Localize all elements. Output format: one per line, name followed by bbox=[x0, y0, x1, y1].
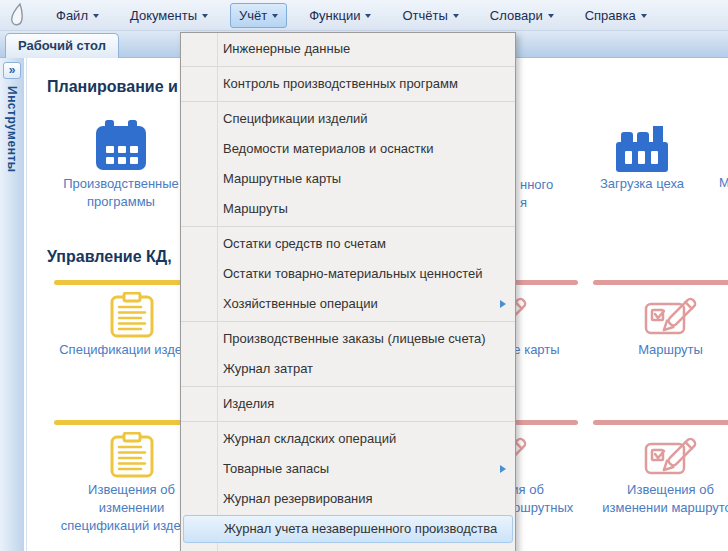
menu-item-label: Хозяйственные операции bbox=[223, 296, 378, 311]
menu-item-production-programs-control[interactable]: Контроль производственных программ bbox=[181, 69, 515, 99]
menu-item-label: Журнал учета незавершенного производства bbox=[224, 521, 497, 536]
tab-desktop[interactable]: Рабочий стол bbox=[5, 33, 119, 58]
menu-item-label: Производственные заказы (лицевые счета) bbox=[223, 331, 486, 346]
menubar-item-label: Файл bbox=[56, 8, 88, 23]
menu-item-business-operations[interactable]: Хозяйственные операции bbox=[181, 289, 515, 319]
menu-item-products[interactable]: Изделия bbox=[181, 389, 515, 419]
menu-item-materials-tooling-lists[interactable]: Ведомости материалов и оснастки bbox=[181, 134, 515, 164]
menu-separator bbox=[181, 421, 515, 422]
menubar-item-accounting[interactable]: Учёт bbox=[230, 3, 287, 28]
menu-item-label: Контроль производственных программ bbox=[223, 76, 458, 91]
menubar-item-reports[interactable]: Отчёты bbox=[393, 3, 467, 28]
tile-label: Маршруты bbox=[593, 341, 728, 359]
menubar-item-label: Функции bbox=[309, 8, 360, 23]
tile-shop-load[interactable]: Загрузка цеха bbox=[562, 126, 722, 193]
menu-separator bbox=[181, 386, 515, 387]
submenu-arrow-icon bbox=[500, 465, 506, 473]
tile-routes[interactable]: Маршруты bbox=[593, 280, 728, 359]
chevron-down-icon bbox=[548, 14, 554, 18]
tile-label: Загрузка цеха bbox=[562, 175, 722, 193]
menubar-item-file[interactable]: Файл bbox=[47, 3, 108, 28]
chevron-down-icon bbox=[641, 14, 647, 18]
menu-separator bbox=[181, 66, 515, 67]
menu-item-label: Журнал резервирования bbox=[223, 491, 373, 506]
menubar-item-label: Словари bbox=[490, 8, 543, 23]
tile-label: Производственные программы bbox=[41, 175, 201, 211]
menu-item-label: Остатки товарно-материальных ценностей bbox=[223, 266, 482, 281]
tile-route-change-notices[interactable]: Извещения об изменении маршрутов bbox=[593, 420, 728, 517]
menu-item-route-cards[interactable]: Маршрутные карты bbox=[181, 164, 515, 194]
chevron-down-icon bbox=[93, 14, 99, 18]
menubar-item-dictionaries[interactable]: Словари bbox=[481, 3, 563, 28]
menubar-item-label: Справка bbox=[585, 8, 636, 23]
menu-separator bbox=[181, 321, 515, 322]
menu-item-label: Остатки средств по счетам bbox=[223, 236, 386, 251]
tile-clipped-label-fragment[interactable]: нного я bbox=[520, 176, 553, 212]
menu-item-account-balances[interactable]: Остатки средств по счетам bbox=[181, 229, 515, 259]
menubar-item-documents[interactable]: Документы bbox=[121, 3, 217, 28]
menu-item-label: Маршрутные карты bbox=[223, 171, 341, 186]
menu-item-goods-stocks[interactable]: Товарные запасы bbox=[181, 454, 515, 484]
accounting-dropdown-menu: Инженерные данные Контроль производствен… bbox=[180, 32, 516, 551]
menubar-item-label: Учёт bbox=[239, 8, 267, 23]
tile-label: Извещения об изменении маршрутов bbox=[593, 481, 728, 517]
sidebar-tools-label[interactable]: Инструменты bbox=[5, 86, 19, 173]
menu-item-routes[interactable]: Маршруты bbox=[181, 194, 515, 224]
clipboard-icon bbox=[110, 432, 154, 478]
chevron-down-icon bbox=[365, 14, 371, 18]
menu-item-label: Спецификации изделий bbox=[223, 111, 368, 126]
menu-separator bbox=[181, 101, 515, 102]
factory-icon bbox=[616, 126, 668, 172]
menubar-item-label: Отчёты bbox=[402, 8, 447, 23]
menu-item-reservation-journal[interactable]: Журнал резервирования bbox=[181, 484, 515, 514]
menu-item-warehouse-operations-journal[interactable]: Журнал складских операций bbox=[181, 424, 515, 454]
section-heading-design-docs: Управление КД, bbox=[47, 248, 172, 266]
chevron-down-icon bbox=[202, 14, 208, 18]
menu-item-label: Маршруты bbox=[223, 201, 288, 216]
menu-item-production-orders[interactable]: Производственные заказы (лицевые счета) bbox=[181, 324, 515, 354]
menu-item-label: Товарные запасы bbox=[223, 461, 329, 476]
card-accent-bar bbox=[593, 280, 728, 285]
double-chevron-right-icon: » bbox=[9, 63, 16, 77]
clipboard-icon bbox=[110, 292, 154, 338]
chevron-down-icon bbox=[453, 14, 459, 18]
menubar-item-label: Документы bbox=[130, 8, 197, 23]
menu-item-wip-journal[interactable]: Журнал учета незавершенного производства bbox=[183, 515, 513, 543]
submenu-arrow-icon bbox=[500, 300, 506, 308]
menu-item-label: Журнал затрат bbox=[223, 361, 313, 376]
menu-item-label: Изделия bbox=[223, 396, 274, 411]
tile-production-programs[interactable]: Производственные программы bbox=[41, 120, 201, 211]
sidebar-expand-button[interactable]: » bbox=[3, 62, 21, 79]
menu-item-cost-journal[interactable]: Журнал затрат bbox=[181, 354, 515, 384]
menubar-item-help[interactable]: Справка bbox=[576, 3, 656, 28]
route-pencil-icon bbox=[644, 432, 698, 478]
tools-sidebar: » Инструменты bbox=[0, 58, 25, 551]
menu-bar: Файл Документы Учёт Функции Отчёты Слова… bbox=[0, 0, 728, 31]
section-heading-planning: Планирование и bbox=[47, 78, 178, 96]
menubar-item-functions[interactable]: Функции bbox=[300, 3, 380, 28]
calendar-icon bbox=[93, 120, 149, 172]
menu-item-inventory-balances[interactable]: Остатки товарно-материальных ценностей bbox=[181, 259, 515, 289]
menu-separator bbox=[181, 226, 515, 227]
tile-clipped-label-fragment[interactable]: М bbox=[719, 174, 728, 192]
menu-item-label: Ведомости материалов и оснастки bbox=[223, 141, 433, 156]
menu-item-label: Инженерные данные bbox=[223, 41, 350, 56]
menu-item-product-specifications[interactable]: Спецификации изделий bbox=[181, 104, 515, 134]
app-window: Файл Документы Учёт Функции Отчёты Слова… bbox=[0, 0, 728, 551]
card-accent-bar bbox=[593, 420, 728, 425]
menu-item-label: Журнал складских операций bbox=[223, 431, 396, 446]
app-logo-icon bbox=[8, 2, 28, 28]
route-pencil-icon bbox=[644, 292, 698, 338]
menu-item-engineering-data[interactable]: Инженерные данные bbox=[181, 34, 515, 64]
chevron-down-icon bbox=[272, 14, 278, 18]
